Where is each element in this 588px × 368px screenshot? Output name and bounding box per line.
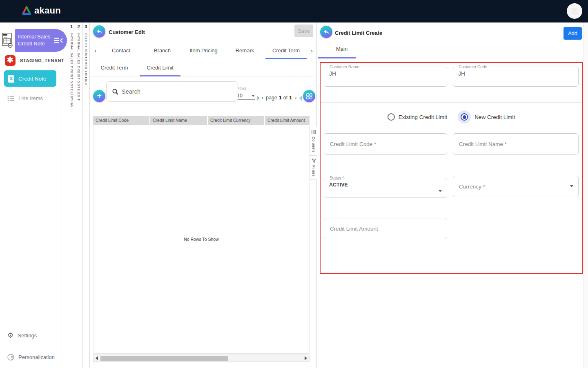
credit-term-subtabs: Credit Term Credit Limit [91,59,316,76]
columns-rail-label: Columns [312,137,316,153]
back-arrow-icon [323,29,330,35]
next-page-button[interactable]: › [295,94,296,101]
akaun-logo: akaun [21,5,61,16]
tab-branch[interactable]: Branch [142,42,183,59]
add-record-button[interactable]: + [93,90,105,102]
sidebar-item-tenant[interactable]: ✱ STAGING_TENANT [5,55,64,66]
sidebar-item-credit-note[interactable]: $ Credit Note [4,70,56,87]
scroll-right-arrow[interactable] [303,356,309,360]
tabs-scroll-right-icon[interactable]: › [307,42,316,59]
scrollbar-thumb[interactable] [100,356,228,361]
back-button[interactable] [320,26,332,38]
radio-new-credit-limit[interactable]: New Credit Limit [458,110,515,123]
dropdown-caret-icon [439,190,442,192]
columns-rail-tab[interactable]: Columns [310,127,317,156]
current-page-number: 1 [279,95,282,101]
filters-rail-tab[interactable]: Filters [310,156,317,180]
logo-text: akaun [34,5,61,16]
active-subtab-underline [140,75,180,76]
columns-icon [312,130,316,134]
scroll-left-arrow[interactable] [94,356,100,360]
tab-remark[interactable]: Remark [224,42,265,59]
tabs-scroll-left-icon[interactable]: ‹ [91,42,100,59]
credit-limit-name-input[interactable] [453,133,579,155]
of-word: of [283,95,287,101]
grid-view-button[interactable] [303,90,315,102]
credit-limit-create-panel: Credit Limit Create Add Main Customer Na… [318,22,588,368]
search-box [106,81,238,102]
workflow-tab-number: 2 [75,22,82,31]
credit-note-label: Credit Note [18,76,46,82]
status-value: ACTIVE [324,180,447,191]
subtab-credit-limit-label: Credit Limit [147,65,174,71]
tab-main[interactable]: Main [336,46,347,52]
first-page-button[interactable]: |‹ [256,94,259,101]
rows-per-page-select[interactable]: 10 [237,93,255,100]
subtab-credit-limit[interactable]: Credit Limit [137,59,183,76]
app-root: akaun Internal Sales Credit Note [0,0,588,368]
tab-contact[interactable]: Contact [100,42,142,59]
sidebar-item-line-items[interactable]: Line Items [7,95,43,101]
previous-page-button[interactable]: ‹ [262,94,263,101]
vertical-scrollbar-track[interactable] [583,22,588,368]
column-header-credit-limit-code[interactable]: Credit Limit Code [93,116,150,125]
credit-limit-code-input[interactable] [324,133,447,155]
customer-code-input[interactable] [453,69,559,80]
currency-input[interactable] [453,176,579,197]
workflow-tab-strip: 1 INTERNAL SALES CREDIT NOTE LISTING 2 I… [68,22,90,368]
search-input[interactable] [122,88,220,95]
add-button[interactable]: Add [564,27,582,40]
status-select[interactable]: Status * ACTIVE [324,176,447,198]
sidebar-item-internal-sales-credit-note[interactable]: Internal Sales Credit Note [0,29,67,52]
sidebar-item-personalization[interactable]: Personalization [7,354,55,361]
section-divider [321,102,582,103]
workflow-tab-label: INTERNAL SALES CREDIT NOTE EDIT [77,33,80,101]
column-header-credit-limit-amount[interactable]: Credit Limit Amount [265,116,310,125]
grid-side-rail: Columns Filters [310,127,317,180]
tab-credit-term[interactable]: Credit Term [265,42,307,59]
workflow-tab-number: 3 [82,22,89,31]
filter-icon [312,159,316,163]
column-header-credit-limit-name[interactable]: Credit Limit Name [150,116,208,125]
credit-note-doc-icon [0,29,15,52]
last-page-button[interactable]: ›| [299,94,302,101]
customer-code-field[interactable]: Customer Code [453,65,579,87]
workflow-tab-label: SELECT CUSTOMER LISTING [84,33,88,85]
dollar-document-icon: $ [8,75,14,83]
line-items-label: Line Items [18,95,43,101]
subtab-credit-term[interactable]: Credit Term [91,59,137,76]
tenant-label: STAGING_TENANT [20,58,64,63]
tab-credit-term-label: Credit Term [272,47,300,54]
active-tab-underline [318,57,356,58]
pagination: |‹ ‹ page 1 of 1 › ›| [256,94,301,101]
radio-selected-halo [458,110,471,123]
radio-label: New Credit Limit [474,114,515,120]
workflow-tab-2[interactable]: 2 INTERNAL SALES CREDIT NOTE EDIT [75,22,82,368]
menu-collapse-icon[interactable] [54,37,63,44]
customer-name-input[interactable] [324,69,428,80]
search-icon [112,89,118,95]
table-header-row: Credit Limit Code Credit Limit Name Cred… [93,116,310,125]
currency-select[interactable] [453,176,579,197]
grid-view-icon [306,93,312,99]
customer-name-field[interactable]: Customer Name [324,65,447,87]
back-arrow-icon [96,28,102,35]
credit-limit-type-radio-group: Existing Credit Limit New Credit Limit [321,108,582,126]
credit-limit-create-header: Credit Limit Create Add [318,22,588,43]
status-label: Status * [328,176,345,180]
credit-limit-amount-input[interactable] [324,218,447,239]
customer-edit-header: Customer Edit Save [91,22,316,42]
sidebar-item-settings[interactable]: ⚙ Settings [7,332,37,339]
settings-label: Settings [18,332,37,339]
workflow-tab-3[interactable]: 3 SELECT CUSTOMER LISTING [82,22,90,368]
workflow-tab-1[interactable]: 1 INTERNAL SALES CREDIT NOTE LISTING [68,22,75,368]
dropdown-caret-icon [570,185,573,187]
column-header-credit-limit-currency[interactable]: Credit Limit Currency [208,116,265,125]
back-button[interactable] [93,25,105,38]
tab-item-pricing[interactable]: Item Pricing [183,42,224,59]
save-button[interactable]: Save [294,25,313,37]
personalization-icon [7,354,14,361]
user-avatar[interactable] [567,3,582,19]
radio-existing-credit-limit[interactable]: Existing Credit Limit [388,113,447,121]
page-word: page [266,95,277,101]
